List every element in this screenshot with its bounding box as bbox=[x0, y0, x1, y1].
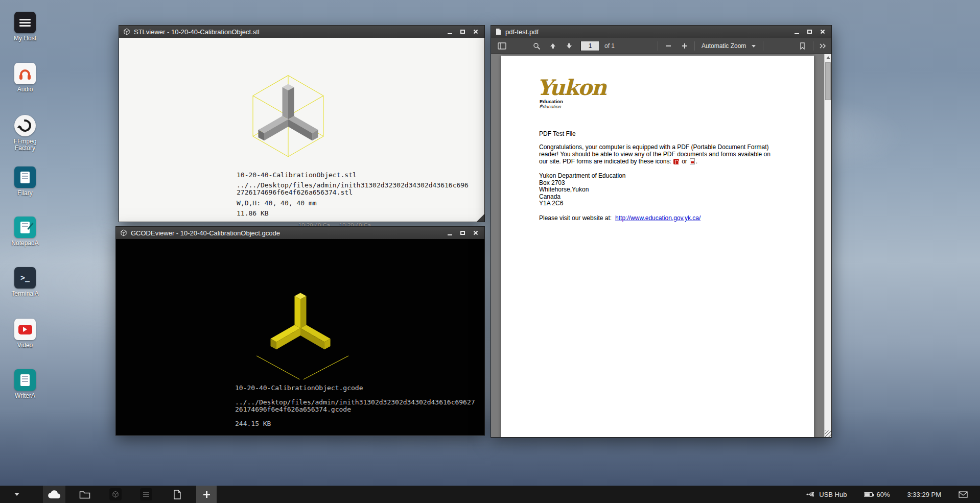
close-icon bbox=[473, 29, 478, 34]
terminal-prompt-icon: >_ bbox=[14, 267, 36, 289]
pdf-viewer-window: pdf-test.pdf bbox=[491, 25, 832, 438]
cloud-icon bbox=[48, 490, 61, 499]
pdf-titlebar[interactable]: pdf-test.pdf bbox=[491, 26, 831, 38]
usb-hub-label: USB Hub bbox=[819, 491, 847, 498]
window-title: pdf-test.pdf bbox=[505, 28, 539, 36]
plus-icon bbox=[682, 43, 688, 49]
website-link[interactable]: http://www.education.gov.yk.ca/ bbox=[615, 214, 701, 222]
sidebar-toggle-button[interactable] bbox=[495, 40, 508, 52]
resize-grip[interactable] bbox=[825, 430, 831, 437]
resize-grip[interactable] bbox=[477, 214, 484, 222]
desktop-icon-video[interactable]: Video bbox=[4, 319, 46, 349]
yukon-logo-word: Yukon bbox=[537, 77, 606, 99]
scrollbar-thumb[interactable] bbox=[825, 62, 831, 100]
arrow-up-icon bbox=[826, 56, 830, 59]
chevron-down-icon bbox=[752, 45, 756, 47]
desktop-icon-label: TerminalA bbox=[4, 291, 46, 297]
stl-file-info: 10-20-40-CalibrationObject.stl ../../Des… bbox=[237, 172, 469, 217]
desktop-background[interactable]: My Host Audio FFmpeg Factory Filary Note… bbox=[0, 0, 980, 503]
desktop-icon-my-host[interactable]: My Host bbox=[4, 12, 46, 42]
icon-separator-text: or bbox=[682, 158, 687, 165]
gcode-filepath-line2: 26174696f6e4f626a656374.gcode bbox=[235, 406, 475, 413]
mail-tray-item[interactable] bbox=[959, 491, 968, 498]
toolbar-separator bbox=[694, 41, 695, 51]
gcode-file-info: 10-20-40-CalibrationObject.gcode ../../D… bbox=[235, 385, 475, 427]
taskbar-new-button[interactable] bbox=[196, 486, 217, 503]
desktop-icon-label: WriterA bbox=[4, 393, 46, 399]
taskbar-gcodeviewer-button[interactable] bbox=[135, 486, 157, 503]
window-title: STLviewer - 10-20-40-CalibrationObject.s… bbox=[134, 28, 260, 36]
stl-filesize: 11.86 KB bbox=[237, 210, 469, 217]
caret-down-icon bbox=[14, 493, 19, 496]
maximize-button[interactable] bbox=[459, 29, 466, 35]
document-icon bbox=[14, 166, 36, 188]
gcode-filesize: 244.15 KB bbox=[235, 420, 475, 427]
desktop-icon-audio[interactable]: Audio bbox=[4, 63, 46, 93]
close-button[interactable] bbox=[819, 29, 826, 35]
maximize-button[interactable] bbox=[806, 29, 813, 35]
previous-page-button[interactable] bbox=[546, 40, 559, 52]
minimize-button[interactable] bbox=[447, 230, 453, 236]
pdf-form-icon bbox=[690, 158, 695, 164]
taskbar-menu-button[interactable] bbox=[9, 486, 25, 503]
yukon-logo-education-fr: Éducation bbox=[540, 104, 606, 109]
clock-tray-item[interactable]: 3:33:29 PM bbox=[907, 491, 942, 498]
desktop-icon-ffmpeg-factory[interactable]: FFmpeg Factory bbox=[4, 115, 46, 152]
stl-viewport: 10-20-40-CalibrationObject.stl ../../Des… bbox=[119, 38, 484, 222]
desktop-icon-label: FFmpeg Factory bbox=[4, 138, 46, 152]
battery-tray-item[interactable]: 60% bbox=[864, 491, 890, 498]
find-button[interactable] bbox=[530, 40, 543, 52]
maximize-icon bbox=[460, 30, 465, 34]
desktop-icon-filary[interactable]: Filary bbox=[4, 166, 46, 197]
desktop-icon-writera[interactable]: WriterA bbox=[4, 369, 46, 399]
maximize-icon bbox=[460, 231, 465, 235]
document-icon bbox=[173, 490, 181, 499]
bookmark-icon bbox=[799, 42, 806, 50]
desktop-icon-label: NotepadA bbox=[4, 240, 46, 247]
notepad-pencil-icon bbox=[14, 217, 36, 238]
clock-label: 3:33:29 PM bbox=[907, 491, 942, 498]
zoom-select[interactable]: Automatic Zoom bbox=[697, 40, 760, 52]
usb-hub-tray-item[interactable]: USB Hub bbox=[806, 491, 847, 498]
taskbar-stlviewer-button[interactable] bbox=[104, 486, 127, 503]
desktop-icon-terminala[interactable]: >_ TerminalA bbox=[4, 267, 46, 297]
zoom-out-button[interactable] bbox=[662, 40, 675, 52]
window-title: GCODEviewer - 10-20-40-CalibrationObject… bbox=[131, 229, 280, 237]
page-number-input[interactable] bbox=[580, 41, 600, 51]
minimize-button[interactable] bbox=[794, 29, 800, 35]
desktop-icon-notepada[interactable]: NotepadA bbox=[4, 217, 46, 247]
double-chevron-icon bbox=[819, 42, 827, 50]
zoom-in-button[interactable] bbox=[678, 40, 691, 52]
pdf-doc-title: PDF Test File bbox=[539, 130, 576, 137]
address-line: Box 2703 bbox=[539, 180, 625, 187]
gcodeviewer-window: GCODEviewer - 10-20-40-CalibrationObject… bbox=[115, 226, 485, 436]
stl-3d-model-view[interactable] bbox=[229, 69, 347, 171]
close-button[interactable] bbox=[472, 29, 479, 35]
taskbar-file-manager-button[interactable] bbox=[74, 486, 96, 503]
gcodeviewer-titlebar[interactable]: GCODEviewer - 10-20-40-CalibrationObject… bbox=[116, 227, 484, 239]
stl-app-tile-icon bbox=[109, 488, 122, 500]
gcode-filename: 10-20-40-CalibrationObject.gcode bbox=[235, 385, 475, 392]
maximize-button[interactable] bbox=[459, 230, 466, 236]
address-block: Yukon Department of Education Box 2703 W… bbox=[539, 173, 625, 207]
usb-icon bbox=[806, 491, 815, 497]
next-page-button[interactable] bbox=[563, 40, 576, 52]
more-tools-button[interactable] bbox=[816, 40, 829, 52]
writer-document-icon bbox=[14, 369, 36, 391]
minimize-button[interactable] bbox=[447, 29, 453, 35]
pdf-toolbar: of 1 Automatic Zoom bbox=[491, 38, 831, 54]
recycle-arrow-icon bbox=[14, 115, 36, 136]
scrollbar[interactable] bbox=[824, 54, 831, 437]
close-icon bbox=[473, 230, 478, 235]
scrollbar-up-arrow[interactable] bbox=[825, 54, 831, 61]
taskbar-pdf-button[interactable] bbox=[166, 486, 188, 503]
envelope-icon bbox=[959, 491, 968, 498]
pdf-page-container[interactable]: Yukon Education Éducation PDF Test File … bbox=[491, 54, 824, 437]
close-button[interactable] bbox=[472, 230, 479, 236]
gcode-3d-model-view[interactable] bbox=[242, 278, 359, 379]
stlviewer-titlebar[interactable]: STLviewer - 10-20-40-CalibrationObject.s… bbox=[119, 26, 484, 38]
computer-icon bbox=[14, 12, 36, 33]
sidebar-toggle-icon bbox=[498, 42, 506, 50]
bookmark-button[interactable] bbox=[796, 40, 809, 52]
taskbar-cloud-button[interactable] bbox=[43, 486, 65, 503]
